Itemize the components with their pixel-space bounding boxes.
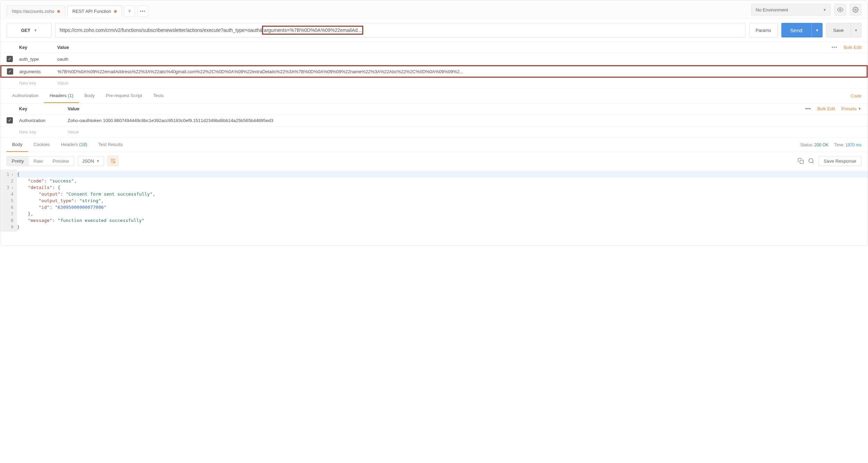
view-group: Pretty Raw Preview [7, 156, 74, 166]
resp-tab-headers-count: (18) [79, 142, 87, 147]
chevron-down-icon: ▼ [854, 28, 858, 32]
tab-accounts[interactable]: https://accounts.zoho [7, 6, 65, 17]
headers-key-header: Key [19, 106, 68, 111]
wrap-lines-button[interactable] [107, 156, 119, 166]
top-controls: No Environment ▼ [751, 4, 861, 18]
chevron-down-icon: ▼ [34, 28, 37, 32]
save-dropdown[interactable]: ▼ [851, 23, 861, 37]
params-label: Params [756, 28, 771, 33]
search-icon[interactable] [808, 158, 814, 164]
tab-headers-label: Headers [50, 93, 67, 98]
send-dropdown[interactable]: ▼ [811, 23, 823, 37]
save-group: Save ▼ [826, 23, 861, 37]
bulk-edit-link[interactable]: Bulk Edit [844, 45, 861, 50]
send-group: Send ▼ [781, 23, 823, 37]
tab-authorization[interactable]: Authorization [7, 89, 44, 103]
params-value-header: Value [57, 45, 832, 50]
header-row-new: New key Value [0, 127, 868, 138]
status-value: 200 OK [814, 143, 828, 147]
params-more-button[interactable]: ••• [832, 45, 837, 50]
url-prefix: https://crm.zoho.com/crm/v2/functions/su… [60, 27, 263, 33]
save-button[interactable]: Save [826, 23, 851, 37]
response-meta: Status: 200 OK Time: 1970 ms [800, 143, 861, 147]
header-key[interactable]: Authorization [19, 118, 68, 123]
resp-tab-headers[interactable]: Headers (18) [55, 138, 93, 152]
params-header: Key Value ••• Bulk Edit [0, 42, 868, 53]
tabs-row: https://accounts.zoho REST API Function … [7, 6, 148, 17]
send-button[interactable]: Send [781, 23, 811, 37]
header-row-authorization: ✓ Authorization Zoho-oauthtoken 1000.860… [0, 114, 868, 127]
chevron-down-icon: ▼ [823, 8, 826, 12]
settings-button[interactable] [850, 4, 861, 16]
tab-prerequest[interactable]: Pre-request Script [100, 89, 148, 103]
svg-point-0 [840, 9, 841, 11]
request-tabs: Authorization Headers (1) Body Pre-reque… [0, 89, 868, 103]
svg-point-1 [855, 9, 857, 11]
param-checkbox[interactable]: ✓ [7, 56, 13, 62]
presets-dropdown[interactable]: Presets ▼ [841, 106, 861, 111]
chevron-down-icon: ▼ [815, 28, 819, 32]
resp-tab-headers-label: Headers [61, 142, 78, 147]
resp-tab-test-results[interactable]: Test Results [93, 138, 129, 152]
tab-rest-api[interactable]: REST API Function [67, 6, 122, 17]
url-highlighted-segment: arguments=%7B%0D%0A%09%22emailAd... [262, 26, 363, 35]
environment-select[interactable]: No Environment ▼ [751, 4, 831, 16]
format-select[interactable]: JSON ▼ [78, 156, 104, 166]
response-toolbar: Pretty Raw Preview JSON ▼ Save Response [0, 152, 868, 170]
url-input[interactable]: https://crm.zoho.com/crm/v2/functions/su… [55, 23, 745, 37]
gear-icon [852, 7, 859, 13]
param-key[interactable]: auth_type [19, 57, 57, 62]
param-value[interactable]: oauth [57, 57, 861, 62]
copy-icon[interactable] [798, 158, 804, 164]
param-row-arguments: ✓ arguments %7B%0D%0A%09%22emailAddress%… [0, 65, 868, 78]
tab-headers[interactable]: Headers (1) [44, 89, 79, 103]
add-tab-button[interactable]: + [124, 6, 135, 17]
param-key[interactable]: arguments [19, 69, 58, 74]
response-tabs: Body Cookies Headers (18) Test Results S… [0, 138, 868, 152]
eye-icon [837, 7, 843, 13]
dirty-dot-icon [57, 10, 60, 13]
param-key-placeholder[interactable]: New key [19, 80, 57, 86]
topbar: https://accounts.zoho REST API Function … [0, 0, 868, 19]
params-button[interactable]: Params [749, 23, 778, 37]
view-pretty-button[interactable]: Pretty [7, 156, 29, 166]
params-key-header: Key [19, 45, 57, 50]
bulk-edit-link[interactable]: Bulk Edit [817, 106, 835, 111]
header-value[interactable]: Zoho-oauthtoken 1000.8607494449c8bc1e392… [68, 118, 861, 123]
header-value-placeholder[interactable]: Value [68, 129, 861, 135]
tab-body[interactable]: Body [79, 89, 101, 103]
resp-tab-body[interactable]: Body [7, 138, 28, 152]
response-body: 1 2 3 4 5 6 7 8 9 { "code": "success", "… [0, 170, 868, 246]
tab-more-button[interactable]: ••• [137, 6, 148, 17]
svg-line-4 [812, 162, 813, 163]
environment-quicklook-button[interactable] [834, 4, 846, 16]
url-wrap: https://crm.zoho.com/crm/v2/functions/su… [55, 23, 746, 37]
view-raw-button[interactable]: Raw [29, 156, 48, 166]
line-gutter: 1 2 3 4 5 6 7 8 9 [0, 170, 17, 232]
time-label: Time: [834, 143, 844, 147]
ellipsis-icon: ••• [140, 9, 146, 14]
param-checkbox[interactable]: ✓ [7, 68, 13, 75]
response-actions: Save Response [798, 156, 861, 166]
method-select[interactable]: GET ▼ [7, 23, 52, 37]
format-label: JSON [82, 158, 94, 164]
chevron-down-icon: ▼ [96, 159, 100, 163]
param-value-placeholder[interactable]: Value [57, 80, 861, 86]
headers-more-button[interactable]: ••• [805, 106, 811, 111]
param-row-new: New key Value [0, 78, 868, 89]
dirty-dot-icon [114, 10, 117, 13]
tab-label: REST API Function [72, 9, 111, 14]
code-lines[interactable]: { "code": "success", "details": { "outpu… [17, 170, 868, 232]
param-row-auth-type: ✓ auth_type oauth [0, 53, 868, 65]
tab-tests[interactable]: Tests [148, 89, 169, 103]
tab-label: https://accounts.zoho [12, 9, 54, 14]
code-link[interactable]: Code [851, 89, 861, 103]
resp-tab-cookies[interactable]: Cookies [28, 138, 55, 152]
request-row: GET ▼ https://crm.zoho.com/crm/v2/functi… [0, 19, 868, 42]
header-checkbox[interactable]: ✓ [7, 117, 13, 123]
presets-label: Presets [841, 106, 857, 111]
save-response-button[interactable]: Save Response [818, 156, 861, 166]
view-preview-button[interactable]: Preview [47, 156, 73, 166]
param-value[interactable]: %7B%0D%0A%09%22emailAddress%22%3A%22abc%… [58, 69, 861, 74]
header-key-placeholder[interactable]: New key [19, 129, 68, 135]
